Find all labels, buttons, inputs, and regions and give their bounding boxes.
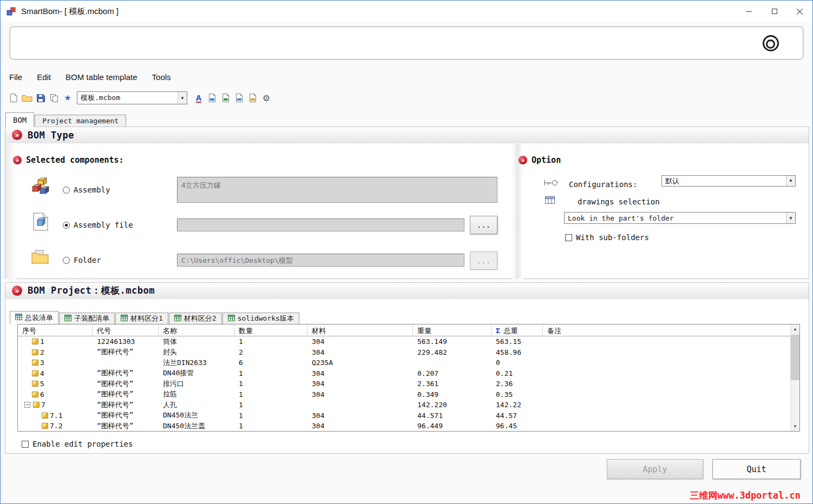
- part-icon: [32, 392, 38, 397]
- scroll-up-arrow[interactable]: ▲: [791, 324, 799, 334]
- tab-material-1[interactable]: 材料区分1: [115, 313, 168, 324]
- cell-material: Q235A: [307, 357, 413, 368]
- assembly-radio-label: Assembly: [74, 185, 110, 194]
- assembly-file-radio[interactable]: Assembly file: [63, 221, 133, 229]
- maximize-button[interactable]: [762, 1, 787, 22]
- cell-seq: 1: [18, 336, 93, 347]
- cell-qty: 2: [234, 347, 307, 358]
- column-header-total-weight[interactable]: Σ总重: [491, 324, 543, 336]
- column-header-code[interactable]: 代号: [93, 324, 159, 336]
- cell-seq: 5: [18, 379, 93, 389]
- cell-note: [543, 421, 790, 431]
- font-letter: A: [196, 94, 202, 103]
- folder-browse-button[interactable]: ...: [470, 251, 497, 270]
- assembly-value-field[interactable]: 4立方压力罐: [177, 177, 497, 203]
- doc-action-icon-3[interactable]: [233, 91, 246, 104]
- collapse-toggle-icon[interactable]: −: [24, 402, 30, 408]
- cell-weight: 229.482: [413, 347, 491, 358]
- settings-gear-icon[interactable]: ⚙: [260, 91, 273, 104]
- quit-button[interactable]: Quit: [712, 459, 801, 479]
- table-row[interactable]: 7.1“图样代号”DN450法兰130444.57144.57: [18, 410, 790, 421]
- subsection-arrow-icon: »: [519, 156, 527, 164]
- minimize-button[interactable]: [736, 1, 762, 22]
- tab-project-management[interactable]: Project management: [35, 115, 126, 127]
- tab-solidworks-version[interactable]: solidworks版本: [222, 313, 299, 324]
- menu-bom-table-template[interactable]: BOM table template: [65, 72, 137, 82]
- cell-material: [307, 400, 413, 410]
- close-button[interactable]: [787, 1, 812, 22]
- column-header-material[interactable]: 材料: [307, 324, 413, 336]
- with-subfolders-checkbox[interactable]: With sub-folders: [565, 233, 649, 242]
- cell-weight: 142.220: [413, 400, 491, 410]
- look-in-combo-value: Look in the part's folder: [565, 214, 786, 222]
- column-header-note[interactable]: 备注: [543, 324, 790, 336]
- enable-edit-properties-checkbox[interactable]: Enable edit properties: [22, 440, 133, 448]
- table-row[interactable]: 5“图样代号”排污口13042.3612.36: [18, 379, 790, 389]
- table-row[interactable]: 3法兰DIN26336Q235A0: [18, 357, 790, 368]
- cell-total-weight: 44.57: [491, 410, 543, 421]
- tab-bom[interactable]: BOM: [5, 112, 34, 127]
- table-row[interactable]: 4“图样代号”DN40接管13040.2070.21: [18, 368, 790, 379]
- doc-action-icon-2[interactable]: [219, 91, 232, 104]
- option-header: » Option: [519, 155, 561, 165]
- cell-total-weight: 563.15: [491, 336, 543, 347]
- cell-weight: [413, 357, 491, 368]
- tab-subassembly-list[interactable]: 子装配清单: [59, 313, 115, 324]
- assembly-file-browse-button[interactable]: ...: [470, 216, 497, 234]
- chevron-down-icon[interactable]: ▼: [178, 92, 187, 104]
- column-header-name[interactable]: 名称: [159, 324, 234, 336]
- copy-icon[interactable]: [48, 91, 61, 104]
- tab-material-2[interactable]: 材料区分2: [169, 313, 222, 324]
- configurations-combo[interactable]: 默认 ▼: [661, 175, 796, 187]
- scroll-down-arrow[interactable]: ▼: [791, 422, 799, 431]
- cell-seq: 2: [18, 347, 93, 358]
- scroll-thumb[interactable]: [791, 335, 799, 380]
- bom-project-section: » BOM Project：模板.mcbom 总装清单 子装配清单 材料区分1 …: [5, 282, 809, 454]
- doc-action-icon-1[interactable]: [206, 91, 219, 104]
- table-row[interactable]: 6“图样代号”拉筋13040.3490.35: [18, 389, 790, 400]
- bom-project-title: BOM Project：模板.mcbom: [28, 284, 155, 297]
- table-row[interactable]: 2“图样代号”封头2304229.482458.96: [18, 347, 790, 358]
- tab-assembly-list[interactable]: 总装清单: [10, 311, 58, 324]
- column-header-qty[interactable]: 数量: [234, 324, 307, 336]
- open-folder-icon[interactable]: [21, 91, 34, 104]
- assembly-file-field[interactable]: [177, 218, 464, 231]
- chevron-down-icon[interactable]: ▼: [786, 176, 795, 186]
- configurations-key-icon: [544, 179, 558, 189]
- menu-file[interactable]: File: [9, 72, 22, 82]
- save-icon[interactable]: [34, 91, 47, 104]
- folder-path-field[interactable]: C:\Users\offic\Desktop\模型: [177, 254, 464, 267]
- seq-number: 7: [41, 401, 45, 409]
- look-in-combo[interactable]: Look in the part's folder ▼: [564, 212, 796, 224]
- column-header-weight[interactable]: 重量: [413, 324, 491, 336]
- logo-icon: [763, 35, 779, 51]
- part-icon: [42, 423, 48, 429]
- radio-circle: [63, 187, 70, 194]
- table-icon: [228, 315, 235, 323]
- cell-weight: 0.207: [413, 368, 491, 379]
- bom-table: 序号 代号 名称 数量 材料 重量 Σ总重 备注 1122461303筒体130…: [17, 324, 800, 432]
- cell-total-weight: 0: [491, 357, 543, 368]
- cell-qty: 1: [234, 400, 307, 410]
- template-combo[interactable]: 模板.mcbom ▼: [77, 91, 187, 104]
- favorite-star-icon[interactable]: ★: [61, 91, 74, 104]
- cell-code: 122461303: [93, 336, 159, 347]
- assembly-radio[interactable]: Assembly: [63, 185, 110, 194]
- enable-edit-properties-label: Enable edit properties: [32, 440, 133, 448]
- folder-radio[interactable]: Folder: [63, 256, 101, 264]
- table-row[interactable]: 7.2“图样代号”DN450法兰盖130496.44996.45: [18, 421, 790, 431]
- chevron-down-icon[interactable]: ▼: [786, 213, 795, 223]
- menu-tools[interactable]: Tools: [152, 72, 171, 82]
- table-row[interactable]: 1122461303筒体1304563.149563.15: [18, 336, 790, 347]
- menu-edit[interactable]: Edit: [37, 72, 51, 82]
- bom-project-tabstrip: 总装清单 子装配清单 材料区分1 材料区分2 solidworks版本: [10, 311, 300, 324]
- new-document-icon[interactable]: [7, 91, 20, 104]
- apply-button[interactable]: Apply: [607, 459, 703, 479]
- vertical-scrollbar[interactable]: ▲ ▼: [790, 324, 799, 431]
- doc-action-icon-4[interactable]: [246, 91, 259, 104]
- font-format-icon[interactable]: A: [192, 91, 205, 104]
- radio-circle: [63, 222, 70, 229]
- column-header-seq[interactable]: 序号: [18, 324, 93, 336]
- table-row[interactable]: −7“图样代号”人孔1142.220142.22: [18, 400, 790, 410]
- app-icon: [6, 6, 17, 17]
